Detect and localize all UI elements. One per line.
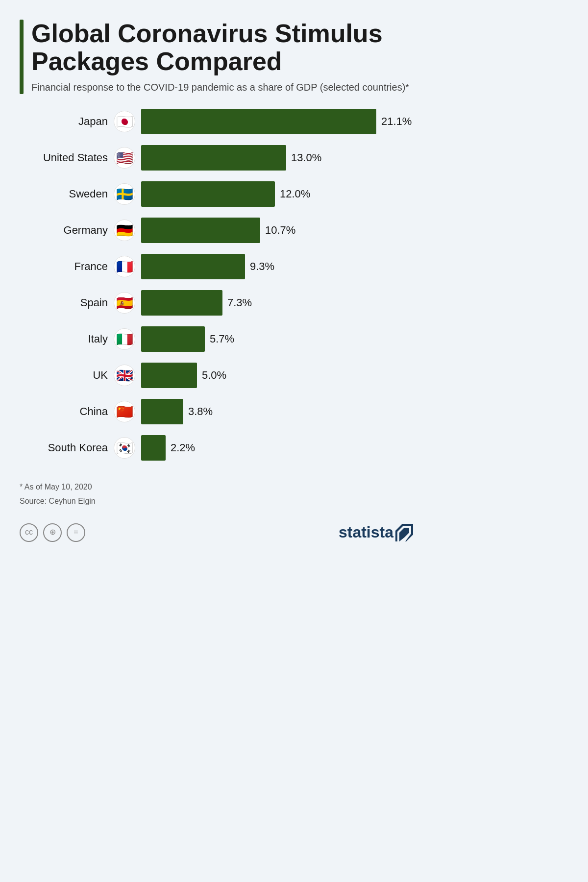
bar-row: UK🇬🇧5.0% [20,363,413,388]
nd-icon: = [67,523,85,542]
bar-value: 13.0% [291,151,321,164]
bar-fill [141,181,275,207]
bar-fill [141,326,205,352]
bar-value: 3.8% [188,405,213,418]
flag-icon: 🇺🇸 [114,147,135,169]
bar-value: 7.3% [227,296,252,309]
flag-icon: 🇫🇷 [114,256,135,277]
bar-value: 5.7% [210,333,234,345]
bar-row: Italy🇮🇹5.7% [20,326,413,352]
footer: * As of May 10, 2020 Source: Ceyhun Elgi… [20,480,413,546]
bar-wrap: 12.0% [141,181,413,207]
bar-wrap: 13.0% [141,145,413,171]
bar-wrap: 2.2% [141,435,413,461]
bar-fill [141,145,286,171]
bar-fill [141,290,222,316]
bar-fill [141,109,376,134]
bar-row: China🇨🇳3.8% [20,399,413,424]
country-label: Spain [20,296,108,309]
footnote: * As of May 10, 2020 [20,480,413,494]
statista-text: statista [339,518,393,547]
country-label: United States [20,151,108,164]
bar-row: United States🇺🇸13.0% [20,145,413,171]
bar-value: 21.1% [381,115,412,128]
license-icons: cc ⊕ = [20,523,85,542]
accent-bar [20,20,24,94]
country-label: Japan [20,115,108,128]
bar-fill [141,399,183,424]
bar-wrap: 21.1% [141,109,413,134]
flag-icon: 🇪🇸 [114,292,135,314]
bar-wrap: 9.3% [141,254,413,279]
country-label: China [20,405,108,418]
bar-row: Japan🇯🇵21.1% [20,109,413,134]
footer-bottom: cc ⊕ = statista [20,518,413,547]
bar-value: 12.0% [280,188,310,200]
statista-icon [395,524,413,541]
country-label: Sweden [20,188,108,200]
by-icon: ⊕ [43,523,62,542]
chart-container: Japan🇯🇵21.1%United States🇺🇸13.0%Sweden🇸🇪… [20,109,413,461]
flag-icon: 🇰🇷 [114,437,135,459]
cc-icon: cc [20,523,38,542]
flag-icon: 🇨🇳 [114,401,135,422]
country-label: Italy [20,333,108,345]
flag-icon: 🇩🇪 [114,220,135,241]
bar-value: 2.2% [171,441,195,454]
bar-value: 5.0% [202,369,226,382]
statista-logo: statista [339,518,413,547]
bar-row: Germany🇩🇪10.7% [20,218,413,243]
bar-row: Sweden🇸🇪12.0% [20,181,413,207]
bar-value: 10.7% [265,224,295,237]
bar-fill [141,218,260,243]
flag-icon: 🇯🇵 [114,111,135,132]
flag-icon: 🇬🇧 [114,365,135,386]
bar-wrap: 10.7% [141,218,413,243]
bar-fill [141,435,166,461]
bar-fill [141,254,245,279]
bar-row: Spain🇪🇸7.3% [20,290,413,316]
page-title: Global Coronavirus Stimulus Packages Com… [31,20,413,75]
source: Source: Ceyhun Elgin [20,494,413,509]
bar-wrap: 3.8% [141,399,413,424]
flag-icon: 🇮🇹 [114,328,135,350]
bar-row: South Korea🇰🇷2.2% [20,435,413,461]
country-label: UK [20,369,108,382]
country-label: South Korea [20,441,108,454]
bar-wrap: 7.3% [141,290,413,316]
bar-wrap: 5.0% [141,363,413,388]
page-subtitle: Financial response to the COVID-19 pande… [31,80,413,94]
header-text: Global Coronavirus Stimulus Packages Com… [31,20,413,94]
bar-fill [141,363,197,388]
page-header: Global Coronavirus Stimulus Packages Com… [20,20,413,94]
country-label: Germany [20,224,108,237]
bar-value: 9.3% [250,260,274,273]
country-label: France [20,260,108,273]
flag-icon: 🇸🇪 [114,183,135,205]
bar-wrap: 5.7% [141,326,413,352]
bar-row: France🇫🇷9.3% [20,254,413,279]
